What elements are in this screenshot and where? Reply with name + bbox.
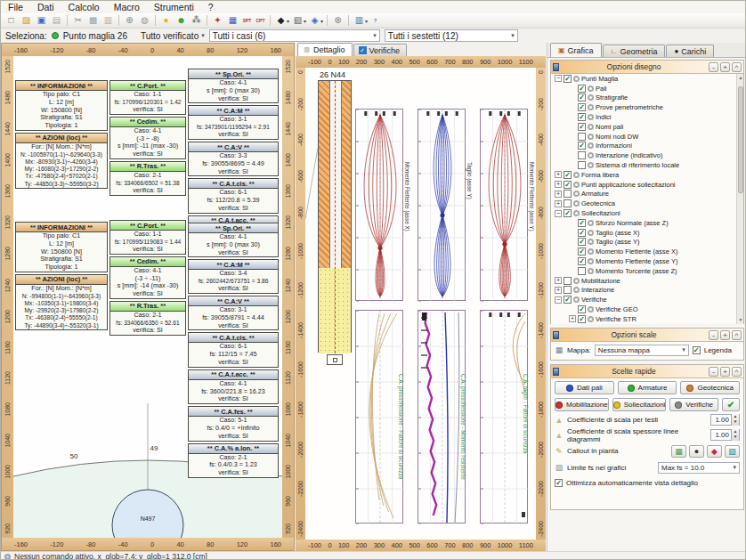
tree-item-taglio-asse-x[interactable]: ✓Taglio (asse X) — [551, 228, 743, 238]
menu-macro[interactable]: Macro — [107, 2, 147, 12]
tree-checkbox[interactable]: ✓ — [578, 219, 586, 227]
tree-scrollbar[interactable]: ▲ ▼ — [736, 74, 743, 324]
tree-checkbox[interactable] — [564, 286, 572, 294]
print-icon[interactable]: ▤ — [49, 14, 64, 28]
user-icon[interactable]: ☻ — [174, 14, 189, 28]
tree-item-momento-torcente-asse-z[interactable]: Momento Torcente (asse Z) — [551, 266, 743, 276]
menu-calcolo[interactable]: Calcolo — [61, 2, 107, 12]
verifiche-button[interactable]: Verifiche — [669, 398, 718, 411]
menu-strumenti[interactable]: Strumenti — [147, 2, 201, 12]
tree-item-nomi-pali[interactable]: ✓Nomi pali — [551, 122, 743, 132]
save-icon[interactable]: ▣ — [34, 14, 49, 28]
legenda-checkbox[interactable]: ✓ — [693, 346, 701, 354]
expand-icon[interactable]: + — [569, 315, 576, 322]
tree-checkbox[interactable] — [564, 199, 572, 207]
cpt-icon[interactable]: CPT — [254, 14, 267, 28]
collapse-icon[interactable]: − — [555, 296, 562, 304]
tab-grafica[interactable]: ▣Grafica — [550, 43, 602, 57]
open-folder-icon[interactable]: ▨ — [19, 14, 34, 28]
copy-icon[interactable]: ▩ — [85, 14, 101, 28]
tree-item-prove-penetrometriche[interactable]: ✓Prove penetrometriche — [551, 102, 743, 112]
tree-checkbox[interactable]: ✓ — [564, 181, 572, 189]
tree-item-informazioni[interactable]: ✓Informazioni — [551, 142, 743, 151]
tree-item-forma-libera[interactable]: +✓Forma libera — [551, 170, 743, 180]
collapse-button[interactable]: - — [709, 62, 718, 72]
tree-checkbox[interactable]: ✓ — [578, 93, 586, 101]
pin-button[interactable]: ^ — [732, 330, 742, 340]
expand-button[interactable]: + — [720, 367, 730, 377]
mesh-icon[interactable]: ✦ — [210, 14, 225, 28]
detail-canvas[interactable]: 26 N44 Momento Flettente (asse X)Taglio … — [305, 68, 536, 540]
tree-checkbox[interactable] — [578, 151, 586, 159]
cases-dropdown[interactable]: Tutti i casi (6) ▾ — [209, 29, 380, 42]
users-icon[interactable]: ⁂ — [189, 14, 204, 28]
tree-checkbox[interactable]: ✓ — [564, 75, 572, 83]
tree-checkbox[interactable] — [578, 267, 586, 275]
tree-item-sforzo-normale-asse-z[interactable]: ✓Sforzo Normale (asse Z) — [551, 218, 743, 228]
limite-dropdown[interactable]: Max fs = 10.0 ▾ — [658, 462, 740, 474]
optimize-checkbox[interactable]: ✓ — [555, 479, 563, 487]
tree-checkbox[interactable]: ✓ — [578, 257, 586, 265]
tab-geometria[interactable]: ∟Geometria — [603, 45, 666, 57]
coeff-linee-spinner[interactable]: 1.00 ▲▼ — [710, 429, 740, 441]
expand-icon[interactable]: + — [555, 181, 562, 188]
tree-checkbox[interactable]: ✓ — [578, 85, 586, 93]
tree-item-punti-maglia[interactable]: −✓Punti Maglia — [551, 74, 743, 84]
tree-checkbox[interactable]: ✓ — [578, 123, 586, 131]
tree-checkbox[interactable]: ✓ — [564, 171, 572, 179]
plan-canvas[interactable]: N497504948** INFORMAZIONI **Tipo palo: C… — [13, 56, 282, 538]
callout-tag-icon[interactable]: ▨ — [725, 445, 740, 458]
scrollbar-thumb[interactable] — [738, 86, 743, 193]
tree-item-verifiche-str[interactable]: +✓Verifiche STR — [551, 314, 743, 324]
chevron-down-icon[interactable]: ▾ — [320, 18, 323, 24]
tab-dettaglio[interactable]: ▥Dettaglio — [297, 43, 353, 56]
image-icon[interactable]: ▦ — [225, 14, 240, 28]
tree-item-sollecitazioni[interactable]: −✓Sollecitazioni — [551, 208, 743, 218]
expand-icon[interactable]: + — [555, 277, 562, 284]
pin-button[interactable]: ^ — [732, 367, 742, 377]
sollecitazioni-button[interactable]: Sollecitazioni — [612, 398, 667, 411]
tree-item-pali[interactable]: ✓Pali — [551, 84, 743, 93]
pin-button[interactable]: ^ — [732, 62, 742, 72]
tree-checkbox[interactable]: ✓ — [578, 238, 586, 246]
scroll-down-icon[interactable]: ▼ — [737, 316, 743, 324]
tree-checkbox[interactable] — [578, 133, 586, 141]
tree-checkbox[interactable]: ✓ — [564, 296, 572, 304]
tree-item-momento-flettente-asse-x[interactable]: ✓Momento Flettente (asse X) — [551, 247, 743, 256]
tree-item-interazione-indicativo[interactable]: Interazione (indicativo) — [551, 150, 743, 160]
chevron-down-icon[interactable]: ▾ — [287, 18, 289, 24]
chevron-down-icon[interactable]: ▾ — [365, 18, 368, 24]
tree-item-sistema-di-riferimento-locale[interactable]: Sistema di riferimento locale — [551, 160, 743, 170]
callout-bomb-icon[interactable]: ● — [689, 445, 704, 458]
tab-verifiche[interactable]: ✓Verifiche — [353, 44, 408, 56]
spinner-arrows-icon[interactable]: ▲▼ — [731, 429, 739, 441]
tree-item-indici[interactable]: ✓Indici — [551, 112, 743, 122]
expand-button[interactable]: + — [720, 62, 730, 72]
target-icon[interactable]: ◍ — [137, 14, 152, 28]
tree-item-geotecnica[interactable]: +Geotecnica — [551, 199, 743, 208]
verifiche-active-check-button[interactable]: ✔ — [722, 398, 740, 411]
cut-icon[interactable]: ✂ — [70, 14, 85, 28]
tree-item-interazione[interactable]: +Interazione — [551, 286, 743, 296]
sextets-dropdown[interactable]: Tutti i sestetti (12) ▾ — [385, 29, 518, 42]
collapse-icon[interactable]: − — [555, 75, 562, 82]
tree-checkbox[interactable]: ✓ — [578, 305, 586, 313]
expand-icon[interactable]: + — [555, 287, 562, 294]
tree-item-taglio-asse-y[interactable]: ✓Taglio (asse Y) — [551, 238, 743, 248]
menu-file[interactable]: File — [1, 2, 30, 12]
tree-item-punti-applicazione-sollecitazioni[interactable]: +✓Punti applicazione sollecitazioni — [551, 180, 743, 190]
tree-item-stratigrafie[interactable]: ✓Stratigrafie — [551, 93, 743, 103]
tree-item-nomi-nodi-dw[interactable]: Nomi nodi DW — [551, 132, 743, 142]
collapse-button[interactable]: - — [709, 330, 718, 340]
tree-checkbox[interactable]: ✓ — [578, 103, 586, 111]
tree-checkbox[interactable]: ✓ — [578, 142, 586, 150]
collapse-button[interactable]: - — [709, 367, 718, 377]
callout-pin-icon[interactable]: ◆ — [707, 445, 722, 458]
tree-checkbox[interactable]: ✓ — [578, 248, 586, 256]
plan-view-panel[interactable]: -160-120-80-4004080120160 -160-120-80-40… — [1, 43, 295, 551]
expand-button[interactable]: + — [720, 330, 730, 340]
tree-checkbox[interactable] — [564, 277, 572, 285]
paperclip-icon[interactable]: ⊕ — [122, 14, 137, 28]
tree-item-verifiche[interactable]: −✓Verifiche — [551, 295, 743, 304]
scroll-up-icon[interactable]: ▲ — [737, 74, 743, 82]
